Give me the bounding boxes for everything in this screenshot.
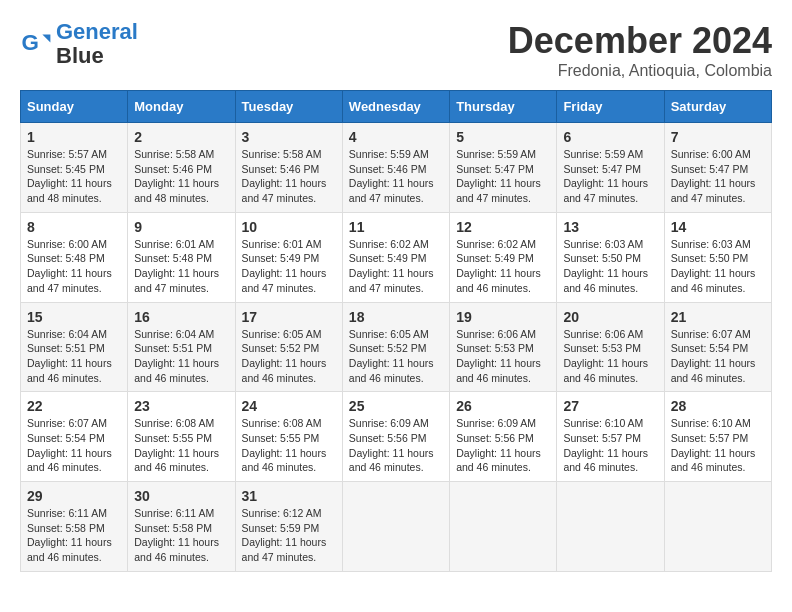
day-number: 5 [456, 129, 550, 145]
calendar-cell: 31Sunrise: 6:12 AMSunset: 5:59 PMDayligh… [235, 482, 342, 572]
day-number: 16 [134, 309, 228, 325]
day-number: 13 [563, 219, 657, 235]
sunrise-sunset-text: Sunrise: 5:59 AMSunset: 5:47 PMDaylight:… [456, 147, 550, 206]
day-number: 17 [242, 309, 336, 325]
calendar-cell: 26Sunrise: 6:09 AMSunset: 5:56 PMDayligh… [450, 392, 557, 482]
calendar-cell: 28Sunrise: 6:10 AMSunset: 5:57 PMDayligh… [664, 392, 771, 482]
calendar-cell: 23Sunrise: 6:08 AMSunset: 5:55 PMDayligh… [128, 392, 235, 482]
calendar-week-row: 1Sunrise: 5:57 AMSunset: 5:45 PMDaylight… [21, 123, 772, 213]
calendar-cell: 7Sunrise: 6:00 AMSunset: 5:47 PMDaylight… [664, 123, 771, 213]
calendar-cell: 11Sunrise: 6:02 AMSunset: 5:49 PMDayligh… [342, 212, 449, 302]
day-header-thursday: Thursday [450, 91, 557, 123]
logo: G General Blue [20, 20, 138, 68]
day-header-monday: Monday [128, 91, 235, 123]
sunrise-sunset-text: Sunrise: 6:04 AMSunset: 5:51 PMDaylight:… [134, 327, 228, 386]
calendar-cell: 10Sunrise: 6:01 AMSunset: 5:49 PMDayligh… [235, 212, 342, 302]
calendar-cell: 13Sunrise: 6:03 AMSunset: 5:50 PMDayligh… [557, 212, 664, 302]
calendar-cell: 16Sunrise: 6:04 AMSunset: 5:51 PMDayligh… [128, 302, 235, 392]
calendar-header-row: SundayMondayTuesdayWednesdayThursdayFrid… [21, 91, 772, 123]
sunrise-sunset-text: Sunrise: 6:00 AMSunset: 5:47 PMDaylight:… [671, 147, 765, 206]
day-number: 19 [456, 309, 550, 325]
sunrise-sunset-text: Sunrise: 6:01 AMSunset: 5:49 PMDaylight:… [242, 237, 336, 296]
calendar-table: SundayMondayTuesdayWednesdayThursdayFrid… [20, 90, 772, 572]
day-number: 21 [671, 309, 765, 325]
day-number: 14 [671, 219, 765, 235]
day-header-tuesday: Tuesday [235, 91, 342, 123]
calendar-cell: 20Sunrise: 6:06 AMSunset: 5:53 PMDayligh… [557, 302, 664, 392]
calendar-week-row: 8Sunrise: 6:00 AMSunset: 5:48 PMDaylight… [21, 212, 772, 302]
sunrise-sunset-text: Sunrise: 6:09 AMSunset: 5:56 PMDaylight:… [349, 416, 443, 475]
title-section: December 2024 Fredonia, Antioquia, Colom… [508, 20, 772, 80]
day-number: 8 [27, 219, 121, 235]
sunrise-sunset-text: Sunrise: 5:59 AMSunset: 5:46 PMDaylight:… [349, 147, 443, 206]
calendar-week-row: 15Sunrise: 6:04 AMSunset: 5:51 PMDayligh… [21, 302, 772, 392]
sunrise-sunset-text: Sunrise: 6:00 AMSunset: 5:48 PMDaylight:… [27, 237, 121, 296]
day-header-wednesday: Wednesday [342, 91, 449, 123]
sunrise-sunset-text: Sunrise: 6:07 AMSunset: 5:54 PMDaylight:… [27, 416, 121, 475]
calendar-cell: 3Sunrise: 5:58 AMSunset: 5:46 PMDaylight… [235, 123, 342, 213]
sunrise-sunset-text: Sunrise: 6:01 AMSunset: 5:48 PMDaylight:… [134, 237, 228, 296]
day-number: 31 [242, 488, 336, 504]
day-header-sunday: Sunday [21, 91, 128, 123]
day-number: 7 [671, 129, 765, 145]
main-title: December 2024 [508, 20, 772, 62]
calendar-cell: 15Sunrise: 6:04 AMSunset: 5:51 PMDayligh… [21, 302, 128, 392]
sunrise-sunset-text: Sunrise: 5:59 AMSunset: 5:47 PMDaylight:… [563, 147, 657, 206]
sunrise-sunset-text: Sunrise: 6:12 AMSunset: 5:59 PMDaylight:… [242, 506, 336, 565]
sunrise-sunset-text: Sunrise: 6:10 AMSunset: 5:57 PMDaylight:… [563, 416, 657, 475]
calendar-cell: 9Sunrise: 6:01 AMSunset: 5:48 PMDaylight… [128, 212, 235, 302]
logo-text: General Blue [56, 20, 138, 68]
calendar-cell: 18Sunrise: 6:05 AMSunset: 5:52 PMDayligh… [342, 302, 449, 392]
day-header-friday: Friday [557, 91, 664, 123]
calendar-week-row: 29Sunrise: 6:11 AMSunset: 5:58 PMDayligh… [21, 482, 772, 572]
sunrise-sunset-text: Sunrise: 6:10 AMSunset: 5:57 PMDaylight:… [671, 416, 765, 475]
calendar-cell: 29Sunrise: 6:11 AMSunset: 5:58 PMDayligh… [21, 482, 128, 572]
day-number: 23 [134, 398, 228, 414]
svg-marker-1 [42, 35, 50, 43]
day-number: 18 [349, 309, 443, 325]
subtitle: Fredonia, Antioquia, Colombia [508, 62, 772, 80]
calendar-cell: 1Sunrise: 5:57 AMSunset: 5:45 PMDaylight… [21, 123, 128, 213]
calendar-cell: 12Sunrise: 6:02 AMSunset: 5:49 PMDayligh… [450, 212, 557, 302]
sunrise-sunset-text: Sunrise: 6:02 AMSunset: 5:49 PMDaylight:… [456, 237, 550, 296]
day-number: 6 [563, 129, 657, 145]
sunrise-sunset-text: Sunrise: 6:08 AMSunset: 5:55 PMDaylight:… [242, 416, 336, 475]
calendar-cell: 25Sunrise: 6:09 AMSunset: 5:56 PMDayligh… [342, 392, 449, 482]
day-number: 12 [456, 219, 550, 235]
day-number: 2 [134, 129, 228, 145]
sunrise-sunset-text: Sunrise: 6:08 AMSunset: 5:55 PMDaylight:… [134, 416, 228, 475]
calendar-cell: 4Sunrise: 5:59 AMSunset: 5:46 PMDaylight… [342, 123, 449, 213]
calendar-cell: 22Sunrise: 6:07 AMSunset: 5:54 PMDayligh… [21, 392, 128, 482]
calendar-cell [557, 482, 664, 572]
calendar-cell: 30Sunrise: 6:11 AMSunset: 5:58 PMDayligh… [128, 482, 235, 572]
sunrise-sunset-text: Sunrise: 5:58 AMSunset: 5:46 PMDaylight:… [134, 147, 228, 206]
sunrise-sunset-text: Sunrise: 5:58 AMSunset: 5:46 PMDaylight:… [242, 147, 336, 206]
sunrise-sunset-text: Sunrise: 6:05 AMSunset: 5:52 PMDaylight:… [349, 327, 443, 386]
day-number: 28 [671, 398, 765, 414]
calendar-cell: 24Sunrise: 6:08 AMSunset: 5:55 PMDayligh… [235, 392, 342, 482]
calendar-cell: 2Sunrise: 5:58 AMSunset: 5:46 PMDaylight… [128, 123, 235, 213]
day-number: 11 [349, 219, 443, 235]
calendar-cell [342, 482, 449, 572]
sunrise-sunset-text: Sunrise: 6:11 AMSunset: 5:58 PMDaylight:… [27, 506, 121, 565]
calendar-cell: 21Sunrise: 6:07 AMSunset: 5:54 PMDayligh… [664, 302, 771, 392]
day-number: 26 [456, 398, 550, 414]
calendar-cell: 14Sunrise: 6:03 AMSunset: 5:50 PMDayligh… [664, 212, 771, 302]
header: G General Blue December 2024 Fredonia, A… [20, 20, 772, 80]
day-number: 10 [242, 219, 336, 235]
sunrise-sunset-text: Sunrise: 6:04 AMSunset: 5:51 PMDaylight:… [27, 327, 121, 386]
svg-text:G: G [22, 31, 39, 56]
calendar-cell: 8Sunrise: 6:00 AMSunset: 5:48 PMDaylight… [21, 212, 128, 302]
calendar-cell: 17Sunrise: 6:05 AMSunset: 5:52 PMDayligh… [235, 302, 342, 392]
day-number: 25 [349, 398, 443, 414]
day-number: 4 [349, 129, 443, 145]
sunrise-sunset-text: Sunrise: 6:07 AMSunset: 5:54 PMDaylight:… [671, 327, 765, 386]
sunrise-sunset-text: Sunrise: 5:57 AMSunset: 5:45 PMDaylight:… [27, 147, 121, 206]
day-number: 3 [242, 129, 336, 145]
day-number: 27 [563, 398, 657, 414]
logo-icon: G [20, 28, 52, 60]
day-number: 9 [134, 219, 228, 235]
day-number: 15 [27, 309, 121, 325]
sunrise-sunset-text: Sunrise: 6:09 AMSunset: 5:56 PMDaylight:… [456, 416, 550, 475]
calendar-cell: 27Sunrise: 6:10 AMSunset: 5:57 PMDayligh… [557, 392, 664, 482]
